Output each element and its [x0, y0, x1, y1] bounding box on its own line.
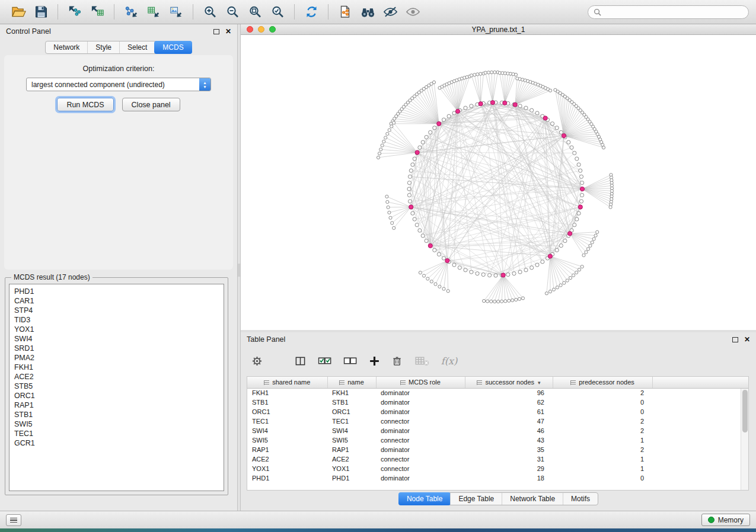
scrollbar-thumb[interactable]	[742, 390, 748, 432]
memory-status-icon	[708, 517, 714, 523]
control-panel-title: Control Panel	[6, 27, 51, 36]
search-input[interactable]	[604, 8, 743, 16]
table-row[interactable]: TEC1TEC1connector472	[247, 416, 748, 426]
network-window-title: YPA_prune.txt_1	[472, 25, 525, 34]
eye-slash-button[interactable]	[379, 2, 401, 21]
zoom-selected-button[interactable]	[266, 2, 289, 21]
zoom-fit-icon	[248, 5, 263, 19]
table-header-row: shared namenameMCDS rolesuccessor nodes▾…	[247, 377, 748, 388]
import-table-button[interactable]	[86, 2, 109, 21]
task-history-button[interactable]	[6, 514, 21, 526]
share-document-button[interactable]	[334, 2, 356, 21]
table-scrollbar[interactable]	[741, 389, 748, 490]
tab-style[interactable]: Style	[87, 41, 119, 53]
criterion-dropdown[interactable]: largest connected component (undirected)…	[26, 78, 211, 91]
close-panel-button[interactable]: Close panel	[122, 98, 180, 111]
export-image-button[interactable]	[165, 2, 187, 21]
save-button[interactable]	[30, 2, 52, 21]
tab-node-table[interactable]: Node Table	[398, 492, 451, 505]
result-item[interactable]: RAP1	[14, 400, 219, 410]
zoom-in-button[interactable]	[199, 2, 221, 21]
table-row[interactable]: RAP1RAP1dominator352	[247, 445, 748, 454]
add-row-button[interactable]	[369, 353, 380, 368]
node-table-body: FKH1FKH1dominator962STB1STB1dominator620…	[247, 388, 748, 483]
run-mcds-button[interactable]: Run MCDS	[57, 98, 113, 111]
result-item[interactable]: STP4	[14, 306, 219, 315]
column-selector-button[interactable]	[295, 353, 306, 368]
close-panel-icon[interactable]: ✕	[225, 28, 231, 34]
refresh-icon	[304, 5, 319, 19]
result-item[interactable]: ORC1	[14, 391, 219, 400]
zoom-out-button[interactable]	[221, 2, 244, 21]
function-builder-button[interactable]: f(x)	[441, 353, 457, 368]
tab-network-table[interactable]: Network Table	[502, 493, 563, 505]
import-network-button[interactable]	[63, 2, 86, 21]
open-icon	[11, 5, 26, 19]
table-row[interactable]: STB1STB1dominator620	[247, 398, 748, 407]
result-item[interactable]: STB5	[14, 382, 219, 391]
settings-gear-button[interactable]	[251, 353, 263, 368]
tab-edge-table[interactable]: Edge Table	[450, 493, 502, 505]
result-item[interactable]: CAR1	[14, 296, 219, 306]
search-box[interactable]	[588, 5, 749, 19]
zoom-in-icon	[203, 5, 218, 19]
column-header[interactable]: name	[327, 377, 376, 388]
window-maximize-icon[interactable]	[269, 26, 276, 33]
network-window-titlebar[interactable]: YPA_prune.txt_1	[241, 24, 756, 35]
result-item[interactable]: ACE2	[14, 372, 219, 382]
column-grid-icon	[570, 380, 576, 385]
column-header[interactable]: shared name	[247, 377, 327, 388]
mcds-result-group: MCDS result (17 nodes) PHD1CAR1STP4TID3Y…	[5, 273, 228, 495]
column-grid-icon	[400, 380, 406, 385]
result-item[interactable]: PHD1	[14, 287, 219, 296]
plus-icon	[369, 355, 380, 367]
result-item[interactable]: SWI4	[14, 334, 219, 344]
table-row[interactable]: ACE2ACE2connector311	[247, 454, 748, 464]
result-item[interactable]: FKH1	[14, 363, 219, 372]
float-panel-icon[interactable]	[732, 337, 738, 342]
select-all-button[interactable]	[318, 353, 331, 368]
tab-select[interactable]: Select	[119, 41, 155, 53]
zoom-fit-button[interactable]	[244, 2, 266, 21]
table-row[interactable]: SWI4SWI4dominator462	[247, 426, 748, 435]
table-row[interactable]: PHD1PHD1dominator180	[247, 473, 748, 483]
eye-button[interactable]	[401, 2, 424, 21]
binoculars-button[interactable]	[356, 2, 379, 21]
close-panel-icon[interactable]: ✕	[744, 336, 750, 342]
export-table-button[interactable]	[142, 2, 165, 21]
table-row[interactable]: YOX1YOX1connector291	[247, 464, 748, 473]
refresh-button[interactable]	[300, 2, 323, 21]
table-row[interactable]: SWI5SWI5connector431	[247, 435, 748, 445]
window-close-icon[interactable]	[247, 26, 253, 33]
result-item[interactable]: PMA2	[14, 353, 219, 363]
column-header[interactable]: predecessor nodes	[553, 377, 652, 388]
control-panel: Control Panel ✕ NetworkStyleSelectMCDS O…	[0, 24, 237, 511]
open-button[interactable]	[7, 2, 30, 21]
float-panel-icon[interactable]	[213, 29, 219, 34]
result-item[interactable]: SRD1	[14, 344, 219, 353]
result-item[interactable]: TID3	[14, 315, 219, 325]
network-canvas[interactable]	[241, 35, 756, 330]
column-header[interactable]: MCDS role	[376, 377, 465, 388]
desktop-wallpaper	[0, 528, 756, 532]
deselect-all-button[interactable]	[343, 353, 357, 368]
splitter-handle-icon[interactable]	[238, 264, 240, 277]
delete-row-button[interactable]	[392, 353, 402, 368]
tab-network[interactable]: Network	[46, 41, 87, 53]
result-item[interactable]: SWI5	[14, 419, 219, 429]
window-minimize-icon[interactable]	[258, 26, 264, 33]
result-item[interactable]: TEC1	[14, 429, 219, 438]
memory-button[interactable]: Memory	[701, 514, 750, 526]
tab-mcds[interactable]: MCDS	[154, 41, 192, 54]
table-row[interactable]: FKH1FKH1dominator962	[247, 388, 748, 398]
result-item[interactable]: GCR1	[14, 438, 219, 448]
export-network-button[interactable]	[120, 2, 142, 21]
result-item[interactable]: YOX1	[14, 325, 219, 334]
result-item[interactable]: STB1	[14, 410, 219, 419]
tab-motifs[interactable]: Motifs	[563, 493, 598, 505]
column-header[interactable]: successor nodes▾	[465, 377, 553, 388]
table-row[interactable]: ORC1ORC1dominator610	[247, 407, 748, 416]
delete-table-button[interactable]	[414, 353, 429, 368]
export-table-icon	[146, 5, 161, 19]
criterion-dropdown-value: largest connected component (undirected)	[27, 81, 199, 89]
